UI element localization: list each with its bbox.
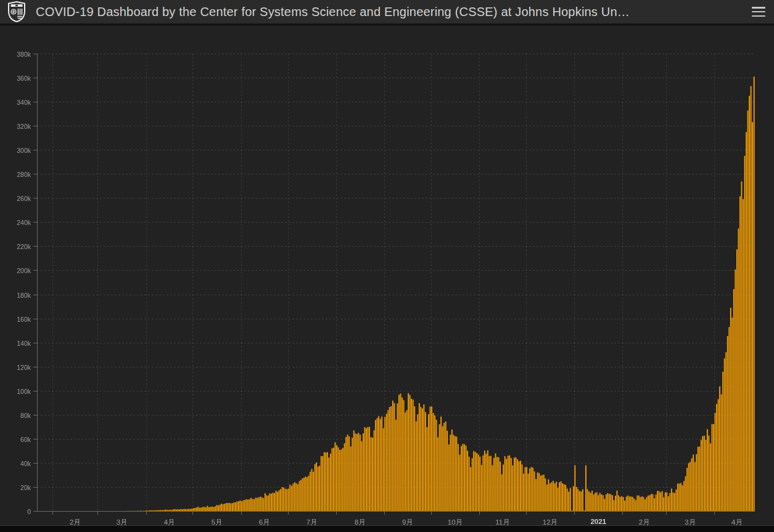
y-axis-tick-label: 260k: [0, 195, 31, 202]
y-axis-tick-label: 200k: [0, 267, 31, 274]
y-axis-tick-label: 180k: [0, 292, 31, 299]
y-axis-tick-label: 120k: [0, 364, 31, 371]
y-axis-tick-label: 140k: [0, 340, 31, 347]
y-axis-tick-label: 60k: [0, 436, 31, 443]
y-axis-tick-label: 340k: [0, 99, 31, 106]
y-axis-tick-label: 160k: [0, 316, 31, 323]
y-axis-tick-label: 280k: [0, 171, 31, 178]
hamburger-line: [752, 15, 765, 17]
hamburger-line: [752, 7, 765, 9]
daily-cases-bar-chart: 020k40k60k80k100k120k140k160k180k200k220…: [0, 28, 774, 525]
x-axis-tick-label: 2021: [580, 518, 617, 525]
y-axis-tick-label: 220k: [0, 243, 31, 250]
y-axis-tick-label: 80k: [0, 412, 31, 419]
bottom-panel-edge: [0, 525, 774, 532]
bar-chart-canvas[interactable]: [0, 28, 774, 532]
y-axis-tick-label: 0: [0, 508, 31, 515]
y-axis-tick-label: 100k: [0, 388, 31, 395]
y-axis-tick-label: 20k: [0, 484, 31, 491]
y-axis-tick-label: 240k: [0, 219, 31, 226]
app-title: COVID-19 Dashboard by the Center for Sys…: [36, 5, 630, 19]
hamburger-menu-icon[interactable]: [752, 7, 765, 17]
y-axis-tick-label: 300k: [0, 147, 31, 154]
covid-dashboard-page: { "header": { "title": "COVID-19 Dashboa…: [0, 0, 774, 532]
jhu-shield-logo: [7, 1, 26, 22]
y-axis-tick-label: 360k: [0, 75, 31, 82]
y-axis-tick-label: 40k: [0, 460, 31, 467]
y-axis-tick-label: 320k: [0, 123, 31, 130]
hamburger-line: [752, 11, 765, 13]
app-header: COVID-19 Dashboard by the Center for Sys…: [0, 0, 774, 26]
y-axis-tick-label: 380k: [0, 51, 31, 58]
